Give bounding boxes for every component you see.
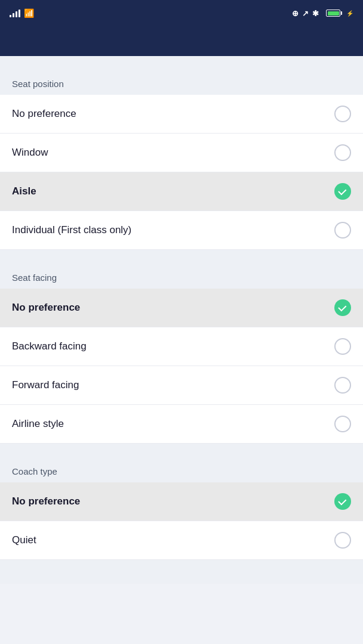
list-group-seat-facing: No preferenceBackward facingForward faci… (0, 289, 363, 444)
row-label-backward-facing: Backward facing (12, 340, 87, 352)
section-header-seat-position: Seat position (0, 70, 363, 95)
row-label-no-preference-coach: No preference (12, 496, 80, 507)
row-label-aisle: Aisle (12, 185, 36, 197)
radio-circle-backward-facing (334, 338, 351, 355)
list-row-no-preference-facing[interactable]: No preference (0, 289, 363, 327)
row-label-no-preference-pos: No preference (12, 108, 76, 120)
list-row-backward-facing[interactable]: Backward facing (0, 327, 363, 366)
radio-circle-no-preference-pos (334, 106, 351, 122)
list-row-individual[interactable]: Individual (First class only) (0, 211, 363, 250)
radio-checked-no-preference-coach (334, 493, 351, 510)
section-spacer-coach-type (0, 444, 363, 458)
radio-checked-no-preference-facing (334, 299, 351, 316)
list-row-window[interactable]: Window (0, 134, 363, 172)
section-header-coach-type: Coach type (0, 458, 363, 482)
radio-circle-airline-style (334, 416, 351, 432)
status-right: ⊕ ↗ ✱ ⚡ (292, 9, 353, 18)
radio-circle-window (334, 144, 351, 161)
row-label-window: Window (12, 147, 48, 159)
bottom-spacer (0, 560, 363, 584)
content: Seat positionNo preferenceWindowAisleInd… (0, 56, 363, 584)
list-row-no-preference-pos[interactable]: No preference (0, 95, 363, 134)
list-row-forward-facing[interactable]: Forward facing (0, 366, 363, 405)
arrow-icon: ↗ (302, 9, 309, 18)
section-header-seat-facing: Seat facing (0, 264, 363, 289)
row-label-airline-style: Airline style (12, 418, 64, 430)
radio-circle-individual (334, 222, 351, 239)
row-label-forward-facing: Forward facing (12, 379, 79, 391)
section-spacer-seat-position (0, 56, 363, 70)
radio-circle-forward-facing (334, 377, 351, 394)
radio-circle-quiet (334, 532, 351, 549)
section-spacer-seat-facing (0, 250, 363, 264)
list-group-seat-position: No preferenceWindowAisleIndividual (Firs… (0, 95, 363, 250)
bluetooth-icon: ✱ (312, 9, 319, 18)
status-bar: 📶 ⊕ ↗ ✱ ⚡ (0, 0, 363, 26)
charging-icon: ⚡ (346, 10, 353, 17)
battery-icon (326, 10, 342, 17)
row-label-no-preference-facing: No preference (12, 302, 80, 314)
signal-icon (10, 9, 20, 17)
list-group-coach-type: No preferenceQuiet (0, 482, 363, 560)
nav-bar (0, 26, 363, 56)
wifi-icon: 📶 (24, 8, 34, 18)
list-row-airline-style[interactable]: Airline style (0, 405, 363, 444)
status-left: 📶 (10, 8, 34, 18)
radio-checked-aisle (334, 183, 351, 200)
list-row-aisle[interactable]: Aisle (0, 172, 363, 211)
list-row-no-preference-coach[interactable]: No preference (0, 482, 363, 521)
row-label-individual: Individual (First class only) (12, 224, 131, 236)
row-label-quiet: Quiet (12, 534, 36, 546)
list-row-quiet[interactable]: Quiet (0, 521, 363, 560)
location-icon: ⊕ (292, 9, 299, 18)
